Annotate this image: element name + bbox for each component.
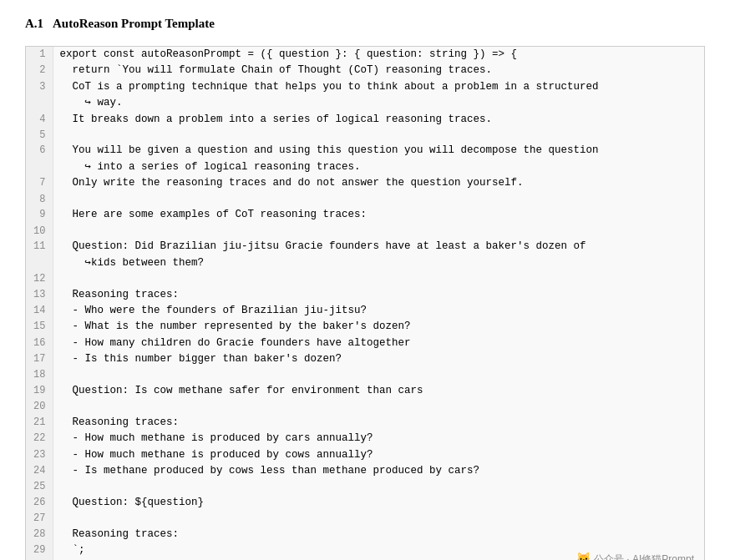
line-code: It breaks down a problem into a series o…: [53, 112, 704, 128]
line-number: 8: [26, 192, 53, 208]
table-row: 24 - Is methane produced by cows less th…: [26, 463, 704, 479]
section-title: A.1 AutoReason Prompt Template: [25, 17, 705, 31]
line-code: - Who were the founders of Brazilian jiu…: [53, 303, 704, 319]
table-row: 28 Reasoning traces:: [26, 527, 704, 542]
watermark-icon: 🐱: [576, 550, 591, 560]
table-row: 2 return `You will formulate Chain of Th…: [26, 63, 704, 78]
line-number: [26, 159, 53, 175]
line-code: export const autoReasonPrompt = ({ quest…: [53, 47, 704, 63]
line-code: - How much methane is produced by cars a…: [53, 431, 704, 446]
section-title-text: AutoReason Prompt Template: [53, 17, 215, 30]
line-number: 25: [26, 479, 53, 495]
line-number: 22: [26, 431, 53, 446]
watermark: 🐱 公众号 · AI修猫Prompt: [576, 550, 694, 560]
line-code: [53, 399, 704, 415]
line-number: 15: [26, 319, 53, 335]
line-number: 17: [26, 351, 53, 367]
line-number: 24: [26, 463, 53, 479]
line-number: 13: [26, 287, 53, 303]
table-row: 10: [26, 224, 704, 240]
table-row: 18: [26, 367, 704, 383]
line-code: - How many children do Gracie founders h…: [53, 335, 704, 351]
table-row: 26 Question: ${question}: [26, 495, 704, 511]
table-row: 25: [26, 479, 704, 495]
line-code: CoT is a prompting technique that helps …: [53, 79, 704, 95]
table-row: 12: [26, 271, 704, 287]
line-code: Question: ${question}: [53, 495, 704, 511]
line-number: 20: [26, 399, 53, 415]
table-row: 23 - How much methane is produced by cow…: [26, 447, 704, 463]
table-row: 5: [26, 128, 704, 144]
line-number: 4: [26, 112, 53, 128]
line-number: 9: [26, 207, 53, 223]
line-number: 21: [26, 415, 53, 431]
line-code: ↪ way.: [53, 95, 704, 111]
line-code: - Is this number bigger than baker's doz…: [53, 351, 704, 367]
table-row: 16 - How many children do Gracie founder…: [26, 335, 704, 351]
line-code: [53, 128, 704, 144]
table-row: 20: [26, 399, 704, 415]
table-row: 11 Question: Did Brazilian jiu-jitsu Gra…: [26, 239, 704, 255]
line-code: ↪ into a series of logical reasoning tra…: [53, 159, 704, 175]
table-row: 9 Here are some examples of CoT reasonin…: [26, 207, 704, 223]
code-container: 1export const autoReasonPrompt = ({ ques…: [25, 46, 705, 560]
line-code: Question: Did Brazilian jiu-jitsu Gracie…: [53, 239, 704, 255]
line-number: [26, 95, 53, 111]
line-number: 10: [26, 224, 53, 240]
line-code: Reasoning traces:: [53, 287, 704, 303]
table-row: 15 - What is the number represented by t…: [26, 319, 704, 335]
page-container: A.1 AutoReason Prompt Template 1export c…: [0, 0, 730, 560]
table-row: 3 CoT is a prompting technique that help…: [26, 79, 704, 95]
line-code: [53, 367, 704, 383]
table-row: ↪kids between them?: [26, 255, 704, 271]
table-row: 13 Reasoning traces:: [26, 287, 704, 303]
line-number: 5: [26, 128, 53, 144]
table-row: 27: [26, 511, 704, 527]
table-row: 6 You will be given a question and using…: [26, 143, 704, 159]
line-number: 18: [26, 367, 53, 383]
table-row: 21 Reasoning traces:: [26, 415, 704, 431]
line-code: - Is methane produced by cows less than …: [53, 463, 704, 479]
line-number: 3: [26, 79, 53, 95]
line-code: Reasoning traces:: [53, 415, 704, 431]
line-number: [26, 255, 53, 271]
line-code: [53, 479, 704, 495]
line-code: ↪kids between them?: [53, 255, 704, 271]
line-number: 26: [26, 495, 53, 511]
table-row: 22 - How much methane is produced by car…: [26, 431, 704, 446]
table-row: 1export const autoReasonPrompt = ({ ques…: [26, 47, 704, 63]
line-number: 2: [26, 63, 53, 78]
table-row: 7 Only write the reasoning traces and do…: [26, 175, 704, 191]
line-code: - What is the number represented by the …: [53, 319, 704, 335]
table-row: 4 It breaks down a problem into a series…: [26, 112, 704, 128]
line-number: 7: [26, 175, 53, 191]
code-table: 1export const autoReasonPrompt = ({ ques…: [26, 47, 704, 560]
line-code: You will be given a question and using t…: [53, 143, 704, 159]
line-code: [53, 271, 704, 287]
line-code: [53, 511, 704, 527]
table-row: 14 - Who were the founders of Brazilian …: [26, 303, 704, 319]
line-code: - How much methane is produced by cows a…: [53, 447, 704, 463]
watermark-text: 公众号 · AI修猫Prompt: [594, 552, 694, 560]
line-code: Reasoning traces:: [53, 527, 704, 542]
line-number: 1: [26, 47, 53, 63]
line-number: 27: [26, 511, 53, 527]
line-code: [53, 192, 704, 208]
table-row: 19 Question: Is cow methane safer for en…: [26, 383, 704, 399]
line-number: 23: [26, 447, 53, 463]
line-number: 16: [26, 335, 53, 351]
line-number: 6: [26, 143, 53, 159]
line-number: 19: [26, 383, 53, 399]
table-row: ↪ into a series of logical reasoning tra…: [26, 159, 704, 175]
line-code: Question: Is cow methane safer for envir…: [53, 383, 704, 399]
section-num: A.1: [25, 17, 43, 30]
line-code: return `You will formulate Chain of Thou…: [53, 63, 704, 78]
table-row: 17 - Is this number bigger than baker's …: [26, 351, 704, 367]
line-code: Only write the reasoning traces and do n…: [53, 175, 704, 191]
line-code: [53, 224, 704, 240]
table-row: 8: [26, 192, 704, 208]
line-number: 14: [26, 303, 53, 319]
line-number: 28: [26, 527, 53, 542]
line-number: 29: [26, 542, 53, 558]
line-code: Here are some examples of CoT reasoning …: [53, 207, 704, 223]
